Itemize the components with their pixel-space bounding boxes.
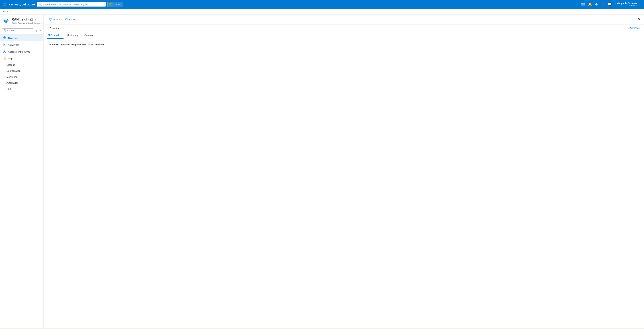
user-display-name: chrisqpublic@contoso.c... [614, 2, 642, 4]
delete-label: Delete [53, 18, 60, 21]
sidebar-item-settings[interactable]: › Settings [0, 62, 44, 68]
sidebar-search-input[interactable] [7, 29, 32, 32]
chevron-right-icon-config: › [3, 70, 4, 72]
resource-type-icon [3, 18, 10, 24]
sidebar: RANInsights1 ☆ … Radio Access Network In… [0, 14, 44, 328]
sidebar-item-label-automation: Automation [6, 82, 18, 84]
refresh-button[interactable]: Refresh [63, 17, 79, 22]
chevron-down-icon: ∨ [47, 27, 49, 30]
breadcrumb-separator: › [10, 10, 11, 13]
global-search-input[interactable] [43, 3, 104, 6]
sidebar-item-access-control[interactable]: Access control (IAM) [0, 48, 44, 55]
tab-mie-details[interactable]: MIE details [47, 32, 64, 39]
breadcrumb: Home › [0, 9, 644, 14]
global-search-box[interactable]: 🔍 [37, 2, 106, 6]
sidebar-item-activity-log[interactable]: Activity log [0, 42, 44, 48]
sidebar-search-icon: 🔍 [4, 29, 6, 32]
feedback-button[interactable]: 💬 [606, 1, 613, 8]
hamburger-menu-button[interactable]: ☰ [2, 1, 7, 8]
sidebar-item-label-monitoring: Monitoring [6, 76, 18, 78]
cloud-shell-icon: ⌨ [580, 2, 585, 6]
favorite-button[interactable]: ☆ [34, 18, 38, 22]
essentials-section: ∨ Essentials JSON View [44, 25, 644, 32]
sidebar-item-label-overview: Overview [8, 37, 18, 40]
user-account[interactable]: chrisqpublic@contoso.c... CONTOSO, LTD. [614, 2, 642, 7]
sidebar-controls: ◇ « [34, 28, 42, 33]
tab-content-mie-details: The metric ingestion endpoint (MIE) is n… [44, 39, 644, 328]
chevron-right-icon-automation: › [3, 82, 4, 84]
essentials-toggle-button[interactable]: ∨ Essentials [47, 27, 60, 30]
tab-geo-map-label: Geo map [84, 34, 94, 36]
tab-monitoring[interactable]: Monitoring [66, 32, 81, 39]
resource-title-block: RANInsights1 ☆ … Radio Access Network In… [12, 18, 43, 24]
activity-log-icon [3, 43, 6, 47]
sidebar-collapse-button[interactable]: « [39, 28, 42, 33]
cloud-shell-button[interactable]: ⌨ [580, 1, 586, 8]
delete-button[interactable]: Delete [47, 17, 62, 22]
copilot-gem-icon [110, 3, 113, 6]
sidebar-item-label-help: Help [6, 88, 12, 90]
search-icon: 🔍 [38, 3, 42, 6]
resource-header: RANInsights1 ☆ … Radio Access Network In… [0, 14, 44, 27]
sidebar-search-bar: 🔍 ◇ « [0, 27, 44, 34]
sidebar-item-automation[interactable]: › Automation [0, 80, 44, 86]
resource-title: RANInsights1 [12, 18, 33, 22]
settings-button[interactable]: ⚙ [594, 1, 599, 8]
user-org-name: CONTOSO, LTD. [626, 4, 642, 7]
sidebar-item-label-activity-log: Activity log [8, 44, 19, 46]
access-control-icon [3, 50, 6, 54]
sidebar-item-help[interactable]: › Help [0, 86, 44, 92]
help-icon: ❓ [601, 2, 605, 6]
essentials-label: Essentials [50, 27, 60, 30]
chevron-right-icon-help: › [3, 88, 4, 90]
more-options-button[interactable]: … [39, 18, 43, 22]
resource-subtitle: Radio Access Network Insights [12, 22, 43, 24]
svg-point-12 [4, 50, 5, 52]
sidebar-item-label-settings: Settings [6, 64, 15, 66]
sidebar-item-label-iam: Access control (IAM) [8, 50, 30, 53]
feedback-icon: 💬 [608, 2, 612, 6]
sidebar-item-configuration[interactable]: › Configuration [0, 68, 44, 74]
svg-rect-14 [50, 18, 51, 18]
copilot-button[interactable]: Copilot [108, 2, 123, 7]
gear-icon: ⚙ [595, 2, 598, 6]
refresh-icon [65, 18, 68, 21]
sidebar-item-monitoring[interactable]: › Monitoring [0, 74, 44, 80]
sidebar-item-tags[interactable]: 🏷️ Tags [0, 55, 44, 62]
tab-monitoring-label: Monitoring [67, 34, 78, 36]
sidebar-pin-button[interactable]: ◇ [34, 28, 38, 33]
content-area: Delete Refresh ✕ ∨ Essentials JSON View [44, 14, 644, 328]
tags-icon: 🏷️ [3, 57, 6, 60]
nav-icon-group: ⌨ 🔔 ⚙ ❓ 💬 [580, 1, 613, 8]
delete-icon [49, 18, 52, 21]
bell-icon: 🔔 [588, 2, 592, 6]
nav-separator [126, 2, 126, 6]
tab-mie-details-label: MIE details [48, 34, 60, 36]
refresh-label: Refresh [69, 18, 77, 21]
mie-disabled-message: The metric ingestion endpoint (MIE) is n… [47, 43, 640, 46]
top-navigation: ☰ Contoso, Ltd. Azure 🔍 Copilot ⌨ 🔔 ⚙ ❓ … [0, 0, 644, 9]
tab-geo-map[interactable]: Geo map [84, 32, 97, 39]
sidebar-item-overview[interactable]: Overview [0, 34, 44, 42]
help-button[interactable]: ❓ [600, 1, 606, 8]
copilot-label: Copilot [114, 3, 121, 6]
main-layout: RANInsights1 ☆ … Radio Access Network In… [0, 14, 644, 328]
brand-name: Contoso, Ltd. Azure [9, 3, 35, 6]
chevron-right-icon-monitoring: › [3, 76, 4, 78]
sidebar-item-label-configuration: Configuration [6, 70, 20, 72]
overview-icon [3, 36, 6, 40]
json-view-button[interactable]: JSON View [628, 27, 640, 30]
content-toolbar: Delete Refresh ✕ [44, 14, 644, 25]
tabs-bar: MIE details Monitoring Geo map [44, 32, 644, 39]
sidebar-nav: Overview Activity log [0, 34, 44, 92]
chevron-right-icon: › [3, 64, 4, 66]
svg-point-7 [4, 38, 5, 38]
notifications-button[interactable]: 🔔 [587, 1, 593, 8]
close-button[interactable]: ✕ [637, 17, 640, 21]
breadcrumb-home[interactable]: Home [3, 10, 9, 13]
sidebar-item-label-tags: Tags [8, 57, 13, 60]
sidebar-search-field[interactable]: 🔍 [2, 28, 34, 33]
